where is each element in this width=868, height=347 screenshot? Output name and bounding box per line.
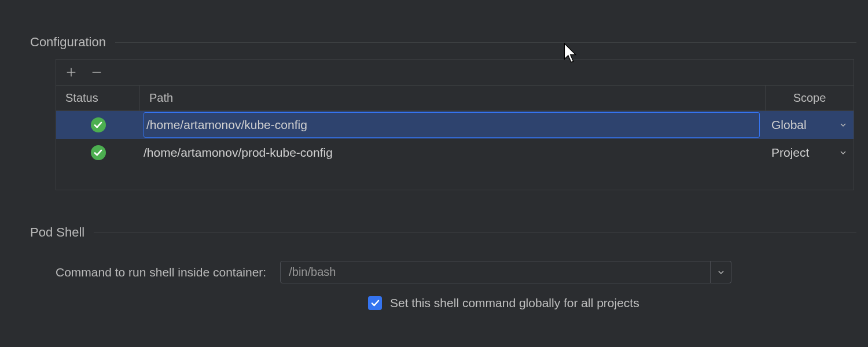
table-body: /home/artamonov/kube-config Global (56, 111, 854, 190)
path-cell[interactable]: /home/artamonov/prod-kube-config (140, 139, 766, 167)
configuration-title: Configuration (30, 35, 106, 50)
remove-button[interactable] (90, 65, 104, 79)
command-row: Command to run shell inside container: (56, 261, 856, 283)
divider (94, 232, 856, 233)
chevron-down-icon (840, 121, 847, 128)
path-value: /home/artamonov/prod-kube-config (144, 146, 333, 160)
plus-icon (65, 66, 78, 79)
shell-command-input[interactable] (280, 261, 711, 283)
pod-shell-section-header: Pod Shell (12, 225, 856, 240)
divider (115, 42, 856, 43)
table-toolbar (56, 60, 854, 86)
table-row[interactable]: /home/artamonov/kube-config Global (56, 111, 854, 139)
configuration-table: Status Path Scope /home/artamonov/kube-c… (56, 59, 854, 190)
column-path[interactable]: Path (140, 86, 766, 110)
command-label: Command to run shell inside container: (56, 265, 266, 279)
table-header: Status Path Scope (56, 86, 854, 111)
chevron-down-icon (718, 269, 724, 276)
chevron-down-icon (840, 149, 847, 156)
global-command-row: Set this shell command globally for all … (368, 296, 856, 310)
scope-cell[interactable]: Project (766, 139, 854, 167)
add-button[interactable] (64, 65, 78, 79)
scope-cell[interactable]: Global (766, 111, 854, 139)
command-history-button[interactable] (711, 261, 731, 283)
status-cell (56, 139, 140, 167)
status-cell (56, 111, 140, 139)
column-status[interactable]: Status (56, 86, 140, 110)
global-command-label: Set this shell command globally for all … (390, 296, 639, 310)
path-cell[interactable]: /home/artamonov/kube-config (140, 111, 766, 139)
status-ok-icon (91, 145, 106, 160)
global-command-checkbox[interactable] (368, 296, 382, 310)
minus-icon (90, 66, 103, 79)
pod-shell-title: Pod Shell (30, 225, 84, 240)
configuration-section-header: Configuration (12, 35, 856, 50)
scope-value: Global (771, 118, 807, 132)
table-row[interactable]: /home/artamonov/prod-kube-config Project (56, 139, 854, 167)
scope-value: Project (771, 146, 809, 160)
column-scope[interactable]: Scope (766, 86, 854, 110)
path-value: /home/artamonov/kube-config (146, 118, 307, 132)
status-ok-icon (91, 117, 106, 132)
check-icon (371, 300, 380, 307)
